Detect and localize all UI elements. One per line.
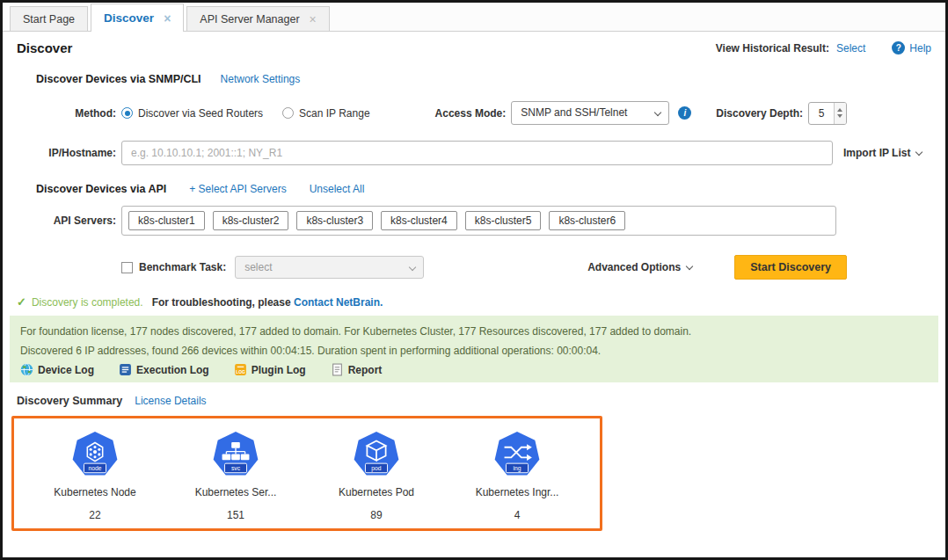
report-label: Report (348, 364, 383, 376)
k8s-pod-icon: pod (353, 430, 400, 479)
plugin-log-link[interactable]: LOG Plugin Log (234, 363, 306, 376)
discovery-result-panel: For foundation license, 177 nodes discov… (10, 316, 938, 382)
tab-bar: Start Page Discover API Server Manager (3, 3, 945, 32)
tab-label: Discover (104, 11, 154, 25)
stepper-buttons[interactable] (834, 103, 846, 124)
page-title: Discover (17, 40, 72, 55)
historical-result-label: View Historical Result: (716, 42, 829, 55)
app-window: Start Page Discover API Server Manager D… (0, 0, 948, 560)
radio-label: Scan IP Range (299, 107, 370, 120)
device-log-label: Device Log (38, 364, 94, 376)
summary-item-count: 4 (514, 509, 521, 521)
step-down-icon[interactable] (837, 114, 842, 118)
chevron-down-icon (915, 149, 922, 156)
summary-item-count: 22 (89, 509, 100, 521)
page-header: Discover View Historical Result: Select … (17, 40, 931, 55)
execution-log-icon (119, 363, 132, 376)
close-icon[interactable] (310, 13, 317, 25)
k8s-service-icon: svc (212, 430, 259, 479)
summary-item-label: Kubernetes Ingr... (476, 486, 559, 498)
api-server-chip[interactable]: k8s-cluster3 (296, 211, 373, 230)
contact-netbrain-link[interactable]: Contact NetBrain. (294, 296, 383, 309)
network-settings-link[interactable]: Network Settings (221, 73, 301, 85)
benchmark-task-select[interactable]: select (235, 256, 424, 279)
report-link[interactable]: Report (331, 363, 383, 376)
api-server-chip[interactable]: k8s-cluster5 (465, 211, 542, 230)
select-api-servers-link[interactable]: + Select API Servers (189, 183, 286, 195)
chevron-down-icon (654, 109, 661, 116)
license-details-link[interactable]: License Details (135, 395, 206, 407)
execution-log-link[interactable]: Execution Log (119, 363, 209, 376)
summary-item-node: node Kubernetes Node 22 (25, 430, 165, 528)
benchmark-select-value: select (244, 261, 272, 273)
summary-item-count: 151 (227, 509, 244, 521)
help-label: Help (909, 42, 931, 55)
radio-label: Discover via Seed Routers (138, 107, 263, 120)
depth-value: 5 (809, 103, 834, 124)
result-line-1: For foundation license, 177 nodes discov… (20, 322, 928, 341)
summary-item-label: Kubernetes Ser... (195, 486, 277, 498)
tab-label: Start Page (23, 13, 75, 25)
summary-item-label: Kubernetes Pod (339, 486, 414, 498)
checkmark-icon (17, 295, 26, 309)
info-icon[interactable] (678, 106, 691, 120)
discovery-completed-text: Discovery is completed. (32, 296, 143, 309)
k8s-ingress-icon: ing (493, 430, 541, 479)
api-server-chip[interactable]: k8s-cluster6 (549, 211, 625, 230)
plugin-log-label: Plugin Log (252, 364, 306, 376)
advanced-options-toggle[interactable]: Advanced Options (587, 261, 692, 273)
api-server-chip[interactable]: k8s-cluster1 (128, 211, 205, 230)
api-server-chip[interactable]: k8s-cluster4 (381, 211, 457, 230)
device-log-link[interactable]: Device Log (20, 363, 94, 376)
chevron-down-icon (409, 264, 416, 271)
access-mode-select[interactable]: SNMP and SSH/Telnet (511, 101, 669, 125)
chevron-down-icon (686, 263, 693, 270)
svg-text:node: node (88, 465, 101, 471)
tab-discover[interactable]: Discover (91, 4, 184, 32)
svg-text:ing: ing (513, 465, 521, 472)
start-discovery-button[interactable]: Start Discovery (734, 255, 847, 280)
benchmark-task-label: Benchmark Task: (139, 261, 226, 273)
api-section-title: Discover Devices via API (36, 183, 166, 195)
unselect-all-link[interactable]: Unselect All (310, 183, 365, 195)
discovery-summary-title: Discovery Summary (17, 395, 122, 407)
tab-start-page[interactable]: Start Page (10, 6, 88, 31)
plugin-log-icon: LOG (234, 363, 247, 376)
tab-label: API Server Manager (200, 13, 299, 25)
api-server-chip[interactable]: k8s-cluster2 (213, 211, 289, 230)
svg-text:svc: svc (231, 465, 241, 471)
k8s-node-icon: node (71, 430, 119, 479)
summary-item-ingress: ing Kubernetes Ingr... 4 (447, 430, 587, 528)
benchmark-checkbox[interactable] (121, 262, 133, 273)
snmp-section-title: Discover Devices via SNMP/CLI (36, 73, 201, 85)
help-icon (892, 41, 905, 55)
advanced-options-label: Advanced Options (587, 261, 681, 273)
ip-hostname-label: IP/Hostname: (17, 147, 121, 159)
report-icon (331, 363, 344, 376)
close-icon[interactable] (164, 12, 171, 25)
summary-item-label: Kubernetes Node (54, 486, 135, 498)
import-ip-list-button[interactable]: Import IP List (843, 147, 931, 159)
tab-api-server-manager[interactable]: API Server Manager (186, 6, 329, 31)
radio-selected-icon (121, 107, 133, 119)
summary-item-service: svc Kubernetes Ser... 151 (165, 430, 306, 528)
access-mode-label: Access Mode: (435, 107, 507, 120)
ip-hostname-input[interactable] (121, 141, 833, 165)
api-servers-container: k8s-cluster1 k8s-cluster2 k8s-cluster3 k… (121, 206, 836, 236)
radio-unselected-icon (282, 107, 294, 119)
globe-icon (20, 363, 33, 376)
result-line-2: Discovered 6 IP addresses, found 266 dev… (20, 341, 928, 360)
step-up-icon[interactable] (837, 108, 842, 112)
historical-select-link[interactable]: Select (836, 42, 865, 55)
api-servers-label: API Servers: (17, 215, 121, 227)
svg-text:LOG: LOG (236, 370, 245, 375)
summary-item-pod: pod Kubernetes Pod 89 (306, 430, 447, 528)
method-label: Method: (17, 107, 121, 120)
execution-log-label: Execution Log (136, 364, 209, 376)
radio-seed-routers[interactable]: Discover via Seed Routers (121, 107, 263, 120)
discovery-depth-stepper[interactable]: 5 (808, 102, 847, 125)
radio-scan-ip-range[interactable]: Scan IP Range (282, 107, 370, 120)
help-link[interactable]: Help (892, 41, 931, 55)
discovery-depth-label: Discovery Depth: (716, 107, 803, 120)
discovery-summary-panel: node Kubernetes Node 22 svc Kubernetes S… (11, 416, 602, 531)
